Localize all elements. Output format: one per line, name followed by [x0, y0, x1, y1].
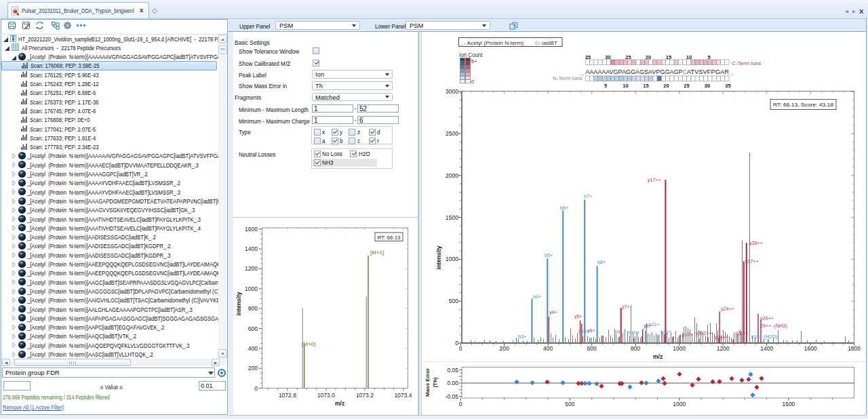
svg-text:b10+: b10+ — [629, 330, 639, 336]
svg-text:0.00: 0.00 — [447, 380, 458, 386]
svg-text:[M+1]: [M+1] — [370, 250, 384, 256]
svg-text:5+: 5+ — [471, 58, 477, 64]
svg-text:AAAAAAVGPAGGAGSAVPGGAGP: AAAAAAVGPAGGAGSAVPGGAGP — [585, 68, 683, 75]
svg-text:5: 5 — [604, 83, 607, 89]
svg-text:0: 0 — [455, 340, 458, 346]
svg-text:25: 25 — [625, 54, 631, 60]
svg-text:15: 15 — [666, 54, 671, 60]
svg-text:y5+: y5+ — [574, 313, 583, 319]
svg-text:600: 600 — [248, 325, 258, 332]
svg-text:200: 200 — [248, 365, 258, 372]
svg-text:0: 0 — [471, 79, 475, 85]
svg-text:b18+-(H2O): b18+-(H2O) — [751, 334, 777, 340]
svg-text:0: 0 — [254, 385, 258, 392]
svg-text:1800: 1800 — [848, 345, 861, 352]
svg-text:1600: 1600 — [804, 345, 817, 352]
svg-text:y27++: y27++ — [745, 258, 759, 264]
svg-text:b12+: b12+ — [660, 329, 671, 335]
svg-text:10: 10 — [623, 83, 628, 89]
svg-text:[M+0]: [M+0] — [302, 341, 315, 347]
svg-text:b6+: b6+ — [560, 205, 568, 211]
svg-text:1000: 1000 — [673, 401, 686, 407]
svg-text:y6+: y6+ — [587, 327, 595, 334]
svg-text:_: _ — [579, 67, 585, 75]
svg-text:0: 0 — [459, 401, 462, 407]
svg-text:200: 200 — [500, 345, 509, 352]
svg-text:intensity: intensity — [235, 292, 242, 315]
svg-text:25: 25 — [684, 83, 689, 89]
svg-text:ATVSVFPGAR: ATVSVFPGAR — [687, 68, 729, 75]
svg-text:1073.4: 1073.4 — [394, 392, 412, 399]
svg-text:1073.2: 1073.2 — [356, 392, 374, 399]
svg-text:y29++: y29++ — [760, 315, 774, 321]
svg-text:RT: 66.13: RT: 66.13 — [377, 235, 401, 241]
svg-text:y8+: y8+ — [644, 323, 652, 329]
svg-text:b9+: b9+ — [614, 329, 623, 335]
svg-text:400: 400 — [248, 345, 258, 352]
svg-text:400: 400 — [543, 345, 553, 352]
svg-text:y23++: y23++ — [715, 334, 728, 340]
svg-text:1000: 1000 — [673, 345, 686, 352]
svg-text:1500: 1500 — [446, 214, 458, 221]
svg-text:2000: 2000 — [446, 172, 458, 179]
svg-text:30: 30 — [605, 54, 610, 60]
svg-text:b7+: b7+ — [584, 193, 592, 199]
svg-text:- iadBT: - iadBT — [538, 40, 557, 46]
svg-text:y17++: y17++ — [648, 177, 661, 183]
svg-text:500: 500 — [449, 298, 458, 304]
svg-text:30: 30 — [705, 83, 710, 89]
svg-text:b8+: b8+ — [597, 259, 606, 265]
svg-text:1200: 1200 — [245, 265, 258, 272]
svg-text:0: 0 — [459, 345, 462, 352]
svg-text:Mass Error: Mass Error — [425, 368, 431, 397]
svg-text:10: 10 — [686, 54, 692, 60]
svg-text:y292++: y292++ — [696, 330, 712, 336]
svg-text:35: 35 — [585, 54, 591, 60]
svg-text:1400: 1400 — [245, 245, 258, 252]
svg-text:y24++: y24++ — [721, 306, 734, 312]
svg-text:y7+: y7+ — [622, 304, 630, 310]
svg-text:600: 600 — [587, 345, 597, 352]
svg-text:5: 5 — [707, 54, 710, 60]
svg-text:b3+: b3+ — [518, 334, 526, 340]
svg-text:N-Term Ions: N-Term Ions — [553, 75, 583, 81]
svg-text:1600: 1600 — [245, 226, 258, 233]
svg-text:RT: 66.13, Score: 43.18: RT: 66.13, Score: 43.18 — [773, 102, 834, 108]
svg-text:b4+: b4+ — [533, 294, 541, 300]
svg-text:y4+: y4+ — [549, 309, 557, 315]
svg-text:(Th): (Th) — [432, 377, 438, 387]
svg-text:1000: 1000 — [446, 256, 458, 262]
svg-text:b5+: b5+ — [545, 252, 553, 258]
svg-text:- Acetyl (Protein N-term): - Acetyl (Protein N-term) — [464, 40, 524, 46]
svg-text:35: 35 — [725, 83, 730, 89]
svg-text:intensity: intensity — [435, 245, 442, 269]
svg-text:1500: 1500 — [782, 401, 795, 407]
svg-text:1000: 1000 — [245, 285, 258, 292]
svg-text:_: _ — [729, 67, 734, 75]
svg-text:800: 800 — [248, 305, 258, 312]
svg-text:1400: 1400 — [760, 345, 773, 352]
svg-text:m/z: m/z — [653, 353, 663, 360]
svg-text:y10+: y10+ — [682, 332, 693, 338]
svg-text:3000: 3000 — [446, 88, 458, 95]
svg-text:800: 800 — [631, 345, 640, 352]
svg-text:1072.8: 1072.8 — [279, 392, 296, 399]
svg-text:1200: 1200 — [717, 345, 730, 352]
svg-text:29++ -(NH3): 29++ -(NH3) — [760, 323, 787, 329]
svg-text:2500: 2500 — [446, 130, 458, 137]
svg-text:20: 20 — [646, 54, 651, 60]
svg-text:m/z: m/z — [335, 400, 344, 407]
svg-text:y28++: y28++ — [749, 240, 763, 246]
svg-text:1073.0: 1073.0 — [317, 392, 335, 399]
svg-text:20: 20 — [663, 83, 669, 89]
svg-text:-0.05: -0.05 — [446, 393, 459, 400]
svg-text:500: 500 — [565, 401, 574, 407]
svg-text:y26++: y26++ — [735, 330, 749, 336]
svg-text:15: 15 — [643, 83, 648, 89]
svg-text:Ion Count: Ion Count — [459, 52, 483, 58]
svg-text:C-Term Ions: C-Term Ions — [732, 60, 762, 66]
svg-text:0.05: 0.05 — [447, 367, 458, 374]
